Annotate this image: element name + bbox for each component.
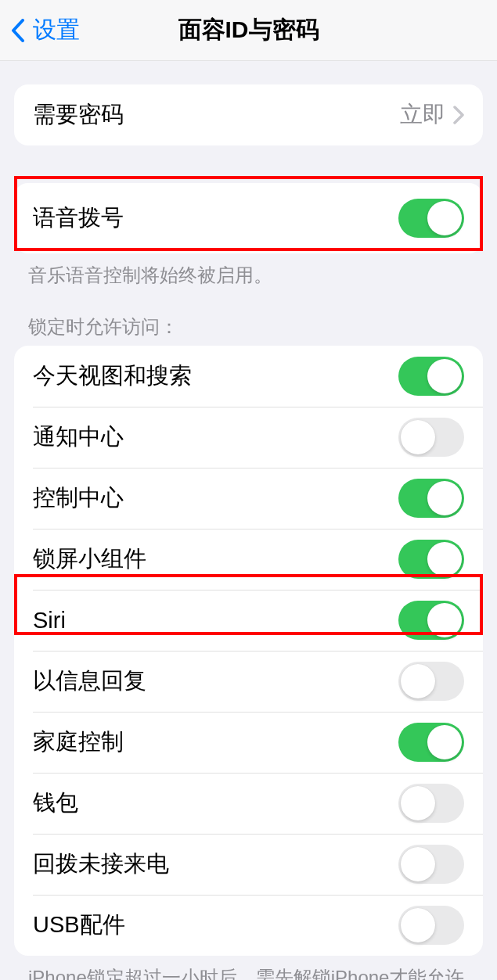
toggle-knob — [401, 908, 435, 942]
lock-access-row: 回拨未接来电 — [14, 834, 483, 895]
toggle-knob — [401, 664, 435, 698]
navbar: 设置 面容ID与密码 — [0, 0, 497, 61]
lock-access-label: 钱包 — [33, 788, 78, 819]
require-passcode-label: 需要密码 — [33, 99, 124, 131]
lock-access-label: 今天视图和搜索 — [33, 361, 192, 392]
lock-access-toggle[interactable] — [398, 479, 464, 518]
lock-access-toggle[interactable] — [398, 723, 464, 762]
toggle-knob — [427, 542, 462, 576]
toggle-knob — [427, 725, 462, 759]
lock-access-label: Siri — [33, 608, 66, 634]
lock-access-label: 回拨未接来电 — [33, 849, 169, 880]
back-button[interactable]: 设置 — [0, 14, 80, 46]
toggle-knob — [427, 603, 462, 637]
toggle-knob — [427, 359, 462, 393]
page-title: 面容ID与密码 — [178, 14, 319, 46]
back-label: 设置 — [33, 14, 80, 46]
voice-dial-label: 语音拨号 — [33, 203, 124, 234]
lock-access-group: 今天视图和搜索通知中心控制中心锁屏小组件Siri以信息回复家庭控制钱包回拨未接来… — [14, 346, 483, 956]
toggle-knob — [401, 786, 435, 820]
lock-access-label: 通知中心 — [33, 422, 124, 453]
require-passcode-row[interactable]: 需要密码 立即 — [14, 84, 483, 145]
lock-access-row: 钱包 — [14, 773, 483, 834]
lock-access-row: USB配件 — [14, 895, 483, 956]
lock-access-toggle[interactable] — [398, 418, 464, 457]
toggle-knob — [427, 201, 462, 235]
voice-dial-toggle[interactable] — [398, 199, 464, 238]
voice-dial-footer: 音乐语音控制将始终被启用。 — [0, 253, 497, 288]
lock-access-toggle[interactable] — [398, 357, 464, 396]
lock-access-row: 通知中心 — [14, 407, 483, 468]
lock-access-toggle[interactable] — [398, 601, 464, 640]
require-passcode-value: 立即 — [400, 99, 445, 131]
chevron-right-icon — [453, 106, 464, 124]
toggle-knob — [401, 420, 435, 454]
chevron-left-icon — [11, 19, 25, 42]
lock-access-label: 锁屏小组件 — [33, 544, 146, 575]
lock-access-label: 控制中心 — [33, 483, 124, 514]
lock-access-footer: iPhone锁定超过一小时后，需先解锁iPhone才能允许USB配件连接。 — [0, 956, 497, 980]
lock-access-toggle[interactable] — [398, 662, 464, 701]
lock-access-label: 家庭控制 — [33, 727, 124, 758]
lock-access-row: 锁屏小组件 — [14, 529, 483, 590]
lock-access-toggle[interactable] — [398, 540, 464, 579]
voice-dial-row: 语音拨号 — [14, 183, 483, 253]
lock-access-header: 锁定时允许访问： — [0, 314, 497, 346]
lock-access-toggle[interactable] — [398, 784, 464, 823]
row-detail: 立即 — [400, 99, 464, 131]
voice-dial-group: 语音拨号 — [14, 183, 483, 253]
lock-access-toggle[interactable] — [398, 845, 464, 884]
lock-access-row: Siri — [14, 590, 483, 651]
lock-access-label: 以信息回复 — [33, 666, 146, 697]
lock-access-toggle[interactable] — [398, 906, 464, 945]
lock-access-row: 以信息回复 — [14, 651, 483, 712]
toggle-knob — [427, 481, 462, 515]
require-passcode-group: 需要密码 立即 — [14, 84, 483, 145]
lock-access-row: 家庭控制 — [14, 712, 483, 773]
lock-access-label: USB配件 — [33, 910, 125, 941]
toggle-knob — [401, 847, 435, 881]
lock-access-row: 今天视图和搜索 — [14, 346, 483, 407]
lock-access-row: 控制中心 — [14, 468, 483, 529]
